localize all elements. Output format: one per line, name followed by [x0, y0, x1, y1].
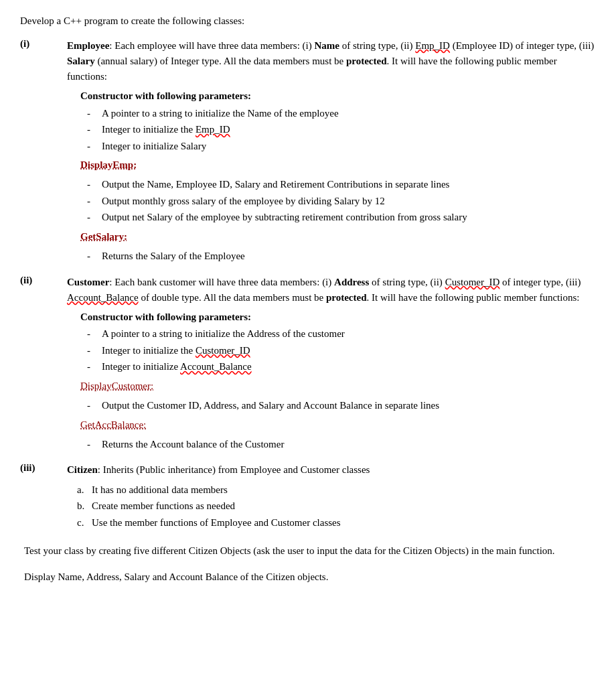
list-item-text: Output the Name, Employee ID, Salary and… [102, 177, 449, 192]
list-item-text: Output monthly gross salary of the emplo… [102, 194, 385, 209]
section-content-0: Employee: Each employee will have three … [67, 38, 596, 268]
section-content-1: Customer: Each bank customer will have t… [67, 275, 596, 456]
alpha-label: c. [77, 515, 92, 531]
alpha-label: b. [77, 498, 92, 514]
list-item-text: Integer to initialize Salary [102, 139, 206, 154]
list-item-text: Output the Customer ID, Address, and Sal… [102, 398, 439, 413]
list-item: -Returns the Salary of the Employee [87, 249, 596, 264]
function-block-0-2: DisplayEmp:-Output the Name, Employee ID… [80, 157, 596, 225]
list-item: -Integer to initialize Salary [87, 139, 596, 154]
dash-icon: - [87, 343, 99, 358]
list-item: -Output the Name, Employee ID, Salary an… [87, 177, 596, 192]
list-item: -Integer to initialize the Emp_ID [87, 122, 596, 137]
dash-icon: - [87, 122, 99, 137]
list-item: -Integer to initialize Account_Balance [87, 359, 596, 374]
list-item: -Output net Salary of the employee by su… [87, 210, 596, 225]
constructor-heading-1: Constructor with following parameters: [80, 310, 596, 325]
dash-icon: - [87, 359, 99, 374]
section-1: (ii)Customer: Each bank customer will ha… [20, 275, 596, 456]
constructor-block-1: Constructor with following parameters:-A… [80, 310, 596, 374]
list-item-text: A pointer to a string to initialize the … [102, 326, 345, 342]
alpha-list-item: b.Create member functions as needed [77, 498, 596, 514]
list-item: -Output monthly gross salary of the empl… [87, 194, 596, 209]
list-item-text: Returns the Account balance of the Custo… [102, 437, 284, 452]
para-2-0: Citizen: Inherits (Public inheritance) f… [67, 462, 596, 478]
alpha-list-item: a.It has no additional data members [77, 482, 596, 498]
function-name-1-3: GetAccBalance: [80, 417, 596, 433]
list-item-text: Output net Salary of the employee by sub… [102, 210, 467, 225]
list-item-text: Integer to initialize the Customer_ID [102, 343, 250, 358]
list-item: -A pointer to a string to initialize the… [87, 106, 596, 121]
alpha-item-text: It has no additional data members [92, 482, 228, 498]
section-content-2: Citizen: Inherits (Public inheritance) f… [67, 462, 596, 533]
dash-icon: - [87, 139, 99, 154]
list-item: -A pointer to a string to initialize the… [87, 326, 596, 342]
section-0: (i)Employee: Each employee will have thr… [20, 38, 596, 268]
dash-icon: - [87, 326, 99, 342]
list-item: -Output the Customer ID, Address, and Sa… [87, 398, 596, 413]
dash-icon: - [87, 437, 99, 452]
dash-icon: - [87, 177, 99, 192]
intro-text: Develop a C++ program to create the foll… [20, 13, 596, 29]
footer-para-0: Test your class by creating five differe… [20, 543, 596, 559]
footer-para-1: Display Name, Address, Salary and Accoun… [20, 569, 596, 585]
list-item-text: Integer to initialize the Emp_ID [102, 122, 230, 137]
para-0-0: Employee: Each employee will have three … [67, 38, 596, 85]
section-label-0: (i) [20, 38, 67, 50]
list-item-text: Integer to initialize Account_Balance [102, 359, 252, 374]
list-item: -Returns the Account balance of the Cust… [87, 437, 596, 452]
function-name-1-2: DisplayCustomer: [80, 379, 596, 394]
alpha-item-text: Use the member functions of Employee and… [92, 515, 341, 531]
dash-icon: - [87, 194, 99, 209]
dash-icon: - [87, 210, 99, 225]
list-item-text: Returns the Salary of the Employee [102, 249, 245, 264]
alpha-label: a. [77, 482, 92, 498]
dash-icon: - [87, 398, 99, 413]
dash-icon: - [87, 249, 99, 264]
dash-icon: - [87, 106, 99, 121]
alpha-list-item: c.Use the member functions of Employee a… [77, 515, 596, 531]
function-block-0-3: GetSalary:-Returns the Salary of the Emp… [80, 229, 596, 264]
para-1-0: Customer: Each bank customer will have t… [67, 275, 596, 306]
function-block-1-3: GetAccBalance:-Returns the Account balan… [80, 417, 596, 452]
function-name-0-2: DisplayEmp: [80, 157, 596, 173]
function-block-1-2: DisplayCustomer:-Output the Customer ID,… [80, 379, 596, 413]
section-2: (iii)Citizen: Inherits (Public inheritan… [20, 462, 596, 533]
section-label-1: (ii) [20, 275, 67, 286]
alpha-item-text: Create member functions as needed [92, 498, 235, 514]
constructor-heading-0: Constructor with following parameters: [80, 88, 596, 104]
list-item: -Integer to initialize the Customer_ID [87, 343, 596, 358]
constructor-block-0: Constructor with following parameters:-A… [80, 88, 596, 153]
alpha-list: a.It has no additional data membersb.Cre… [77, 482, 596, 531]
section-label-2: (iii) [20, 462, 67, 474]
function-name-0-3: GetSalary: [80, 229, 596, 245]
list-item-text: A pointer to a string to initialize the … [102, 106, 339, 121]
